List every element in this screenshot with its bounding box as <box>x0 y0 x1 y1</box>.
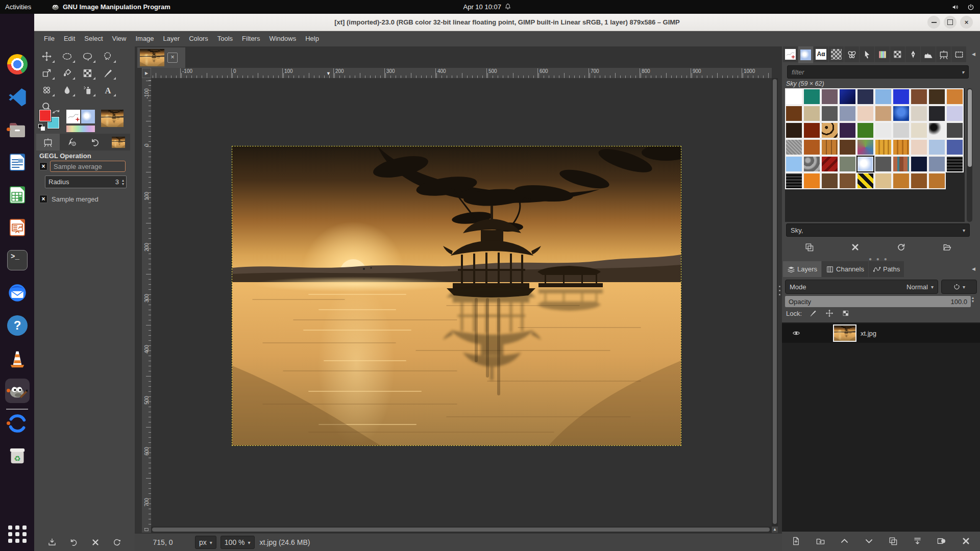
pattern-swatch[interactable] <box>874 122 892 139</box>
pattern-swatch[interactable] <box>856 139 874 156</box>
active-brush-preview[interactable] <box>66 110 80 123</box>
tab-fonts[interactable]: Aα <box>814 46 828 62</box>
menu-layer[interactable]: Layer <box>159 31 185 46</box>
tab-channels[interactable]: Channels <box>822 261 868 277</box>
text-tool[interactable] <box>99 82 117 97</box>
dock-item-updater[interactable] <box>5 411 30 436</box>
pattern-swatch[interactable] <box>785 139 803 156</box>
pattern-swatch[interactable] <box>785 105 803 122</box>
menu-windows[interactable]: Windows <box>264 31 301 46</box>
tab-histogram[interactable] <box>921 46 936 62</box>
active-gradient-preview[interactable] <box>66 126 95 132</box>
pattern-swatch[interactable] <box>874 172 892 189</box>
ellipse-select-tool[interactable] <box>58 48 76 64</box>
pattern-swatch[interactable] <box>910 105 928 122</box>
opacity-spin-arrows[interactable]: ▴▾ <box>972 296 974 303</box>
pattern-swatch[interactable] <box>946 139 964 156</box>
pattern-swatch[interactable] <box>785 172 803 189</box>
pattern-filter-field[interactable]: filter ▾ <box>787 65 969 79</box>
pattern-swatch[interactable] <box>910 156 928 172</box>
pattern-swatch[interactable] <box>839 105 856 122</box>
vertical-scrollbar[interactable] <box>772 78 778 527</box>
pattern-name-field[interactable]: Sky, ▾ <box>786 223 970 237</box>
dock-item-chrome[interactable] <box>5 52 30 77</box>
save-tool-options-button[interactable] <box>43 535 61 549</box>
sample-merged-checkbox[interactable]: × <box>39 195 47 203</box>
free-select-tool[interactable] <box>78 48 96 64</box>
horizontal-ruler[interactable]: -10001002003004005006007008009001000▼ <box>151 68 772 78</box>
pattern-swatch[interactable] <box>946 156 964 172</box>
dock-item-gimp[interactable] <box>5 379 30 403</box>
sample-average-checkbox[interactable]: × <box>39 162 47 170</box>
ruler-origin-button[interactable]: ▶ <box>142 68 151 78</box>
tab-menu-icon[interactable]: ◀ <box>972 266 975 271</box>
menu-file[interactable]: File <box>39 31 59 46</box>
pattern-swatch[interactable] <box>803 139 821 156</box>
canvas-image[interactable] <box>232 146 681 445</box>
unit-dropdown[interactable]: px▾ <box>195 536 216 549</box>
pattern-swatch[interactable] <box>874 156 892 172</box>
dock-item-writer[interactable] <box>5 150 30 174</box>
lower-layer-button[interactable] <box>860 534 877 548</box>
dock-item-help[interactable]: ? <box>5 313 30 338</box>
menu-edit[interactable]: Edit <box>59 31 80 46</box>
paintbrush-tool[interactable] <box>99 65 117 81</box>
patterns-scrollbar[interactable] <box>967 88 972 222</box>
pattern-swatch[interactable] <box>821 139 839 156</box>
pattern-swatch[interactable] <box>928 172 946 189</box>
dock-item-files[interactable] <box>5 117 30 142</box>
pattern-swatch[interactable] <box>839 88 856 105</box>
open-pattern-as-image-button[interactable] <box>938 240 955 254</box>
pattern-swatch[interactable] <box>874 88 892 105</box>
pattern-swatch[interactable] <box>803 122 821 139</box>
pattern-swatch[interactable] <box>803 105 821 122</box>
pattern-swatch[interactable] <box>821 122 839 139</box>
dock-item-calc[interactable] <box>5 183 30 207</box>
tab-patterns-grid[interactable] <box>890 46 905 62</box>
pattern-swatch[interactable] <box>839 139 856 156</box>
duplicate-pattern-button[interactable] <box>800 240 818 254</box>
foreground-color-swatch[interactable] <box>39 110 51 121</box>
pattern-swatch[interactable] <box>839 172 856 189</box>
close-button[interactable]: × <box>960 16 973 29</box>
pattern-swatch[interactable] <box>910 172 928 189</box>
new-layer-group-button[interactable] <box>812 534 829 548</box>
add-layer-mask-button[interactable] <box>933 534 950 548</box>
pattern-swatch[interactable] <box>892 105 910 122</box>
active-pattern-preview[interactable] <box>81 110 95 123</box>
delete-pattern-button[interactable] <box>846 240 864 254</box>
pattern-swatch[interactable] <box>910 88 928 105</box>
dock-item-vlc[interactable] <box>5 346 30 370</box>
blur-sharpen-tool[interactable] <box>58 82 76 97</box>
pattern-swatch[interactable] <box>946 105 964 122</box>
pattern-swatch[interactable] <box>928 105 946 122</box>
raise-layer-button[interactable] <box>836 534 853 548</box>
pattern-swatch[interactable] <box>839 122 856 139</box>
menu-view[interactable]: View <box>108 31 131 46</box>
canvas-viewport[interactable] <box>151 78 772 527</box>
tab-mypaint-brushes[interactable] <box>844 46 859 62</box>
restore-tool-options-button[interactable] <box>65 535 82 549</box>
pattern-swatch[interactable] <box>874 139 892 156</box>
activities-button[interactable]: Activities <box>5 0 31 14</box>
minimize-button[interactable] <box>927 16 940 29</box>
delete-layer-button[interactable] <box>957 534 974 548</box>
vertical-ruler[interactable]: -1000100200300400500600700 <box>142 78 151 527</box>
dock-item-vscode[interactable] <box>5 85 30 109</box>
pattern-swatch[interactable] <box>821 156 839 172</box>
tab-paint-dynamics[interactable] <box>905 46 920 62</box>
navigation-preview-button[interactable]: ▲ <box>772 527 778 533</box>
system-status-menu[interactable] <box>951 0 975 14</box>
heal-tool[interactable] <box>37 82 56 97</box>
tab-templates[interactable] <box>936 46 951 62</box>
pattern-swatch[interactable] <box>892 88 910 105</box>
image-tab-close-icon[interactable]: × <box>167 53 178 63</box>
lock-alpha-icon[interactable] <box>842 309 850 317</box>
lock-pixels-icon[interactable] <box>809 309 817 317</box>
layer-name[interactable]: xt.jpg <box>861 330 876 337</box>
menu-select[interactable]: Select <box>80 31 107 46</box>
tab-patterns[interactable] <box>798 46 813 63</box>
pattern-swatch[interactable] <box>803 172 821 189</box>
pattern-swatch[interactable] <box>785 156 803 172</box>
pattern-swatch[interactable] <box>856 88 874 105</box>
